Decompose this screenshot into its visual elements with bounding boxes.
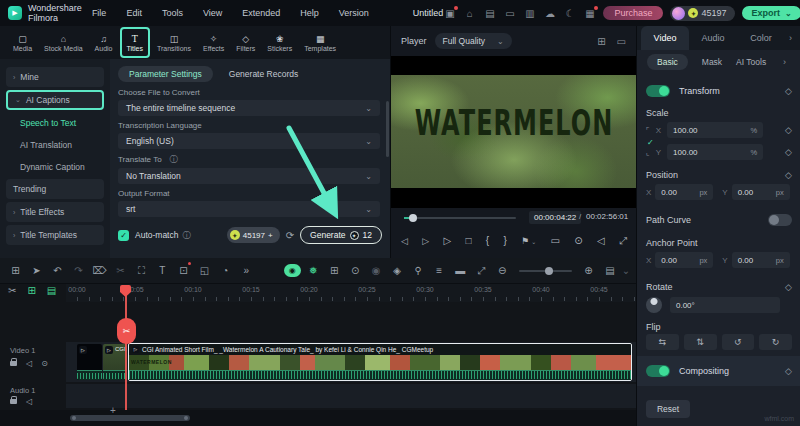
reset-button[interactable]: Reset <box>646 400 690 418</box>
export-button[interactable]: Export ⌄ <box>742 6 800 20</box>
timeline-ruler[interactable]: 00:00 00:05 00:10 00:15 00:20 00:25 00:3… <box>66 284 636 302</box>
hide-track-icon[interactable]: ⊙ <box>41 359 48 368</box>
add-clip-icon[interactable]: ⊞ <box>324 259 345 283</box>
backup-icon[interactable]: ▥ <box>523 7 536 20</box>
crop-icon[interactable]: ⛶ <box>131 259 152 283</box>
fit-timeline-icon[interactable]: ⤢ <box>471 259 492 283</box>
subtab-basic[interactable]: Basic <box>647 54 688 70</box>
horizontal-scrollbar[interactable] <box>70 415 190 421</box>
mute-track-icon[interactable]: ◁ <box>26 359 32 368</box>
subtitle-list-icon[interactable]: ≡ <box>429 259 450 283</box>
theme-icon[interactable]: ☾ <box>563 7 576 20</box>
position-y-input[interactable]: 0.00px <box>732 184 790 200</box>
undo-icon[interactable]: ↶ <box>47 259 68 283</box>
shield-icon[interactable]: ◈ <box>387 259 408 283</box>
track-manager-icon[interactable]: ⊞ <box>5 259 26 283</box>
quick-split-mode-icon[interactable]: ✂ <box>8 285 16 296</box>
tab-titles[interactable]: TTitles <box>120 27 150 58</box>
timeline-clip-selected[interactable]: ▷ CGI Animated Short Film_ _Watermelon A… <box>128 343 632 381</box>
volume-button[interactable]: ◁ <box>597 234 605 248</box>
tab-audio-props[interactable]: Audio <box>689 26 737 50</box>
timeline-zoom-slider[interactable] <box>519 270 572 272</box>
device-icon[interactable]: ▭ <box>503 7 516 20</box>
transform-toggle[interactable] <box>646 85 670 97</box>
sidebar-item-mine[interactable]: ›Mine <box>6 67 104 87</box>
more-tools-icon[interactable]: » <box>236 259 257 283</box>
refresh-icon[interactable]: ⟳ <box>286 230 294 241</box>
transcription-language-select[interactable]: English (US)⌄ <box>118 133 380 149</box>
scopes-icon[interactable]: ▭ <box>617 36 626 47</box>
speed-tool-icon[interactable]: ◔ <box>215 259 236 283</box>
tab-generate-records[interactable]: Generate Records <box>229 66 298 82</box>
menu-file[interactable]: File <box>82 8 117 18</box>
grid-view-icon[interactable]: ⊞ <box>597 36 605 47</box>
form-scrollbar[interactable] <box>386 101 389 157</box>
menu-version[interactable]: Version <box>329 8 379 18</box>
keyframe-icon[interactable]: ◇ <box>785 86 792 96</box>
rotate-input[interactable]: 0.00° <box>670 297 780 313</box>
track-height-icon[interactable]: ▤ <box>599 259 621 283</box>
video-preview[interactable]: WATERMELON <box>391 56 637 208</box>
timeline-clip[interactable]: ▷ <box>77 344 102 380</box>
purchase-button[interactable]: Purchase <box>603 6 663 20</box>
tab-audio[interactable]: ♫Audio <box>90 27 118 58</box>
menu-help[interactable]: Help <box>290 8 329 18</box>
keyframe-icon[interactable]: ◇ <box>785 282 792 292</box>
tab-transitions[interactable]: ◫Transitions <box>152 27 196 58</box>
lock-track-icon[interactable] <box>10 361 17 366</box>
account-coin-pill[interactable]: ✦ 45197 <box>670 6 735 21</box>
redo-icon[interactable]: ↷ <box>68 259 89 283</box>
sidebar-item-speech-to-text[interactable]: Speech to Text <box>20 113 104 132</box>
sidebar-item-dynamic-caption[interactable]: Dynamic Caption <box>20 157 104 176</box>
subtab-mask[interactable]: Mask <box>702 57 722 67</box>
choose-file-select[interactable]: The entire timeline sequence⌄ <box>118 100 380 116</box>
tab-color[interactable]: Color <box>737 26 785 50</box>
chevron-right-icon[interactable]: › <box>783 57 790 67</box>
scale-y-input[interactable]: 100.00% <box>667 144 763 160</box>
keyframe-icon[interactable]: ◇ <box>785 147 792 157</box>
flip-horizontal-button[interactable]: ⇆ <box>646 334 679 350</box>
sidebar-item-trending[interactable]: Trending <box>6 179 104 199</box>
menu-tools[interactable]: Tools <box>152 8 193 18</box>
output-format-select[interactable]: srt⌄ <box>118 201 380 217</box>
auto-match-checkbox[interactable]: ✓ <box>118 230 129 241</box>
delete-icon[interactable]: ⌦ <box>89 259 110 283</box>
rotate-ccw-button[interactable]: ↺ <box>722 334 755 350</box>
seek-handle[interactable] <box>409 214 417 222</box>
anchor-y-input[interactable]: 0.00px <box>732 252 790 268</box>
playhead-cut-button[interactable]: ✂ <box>117 318 136 344</box>
freeze-frame-icon[interactable]: ❅ <box>303 259 324 283</box>
scale-x-input[interactable]: 100.00% <box>667 122 763 138</box>
previous-frame-button[interactable]: ◁ <box>401 234 408 248</box>
sidebar-item-title-effects[interactable]: ›Title Effects <box>6 202 104 222</box>
play-button[interactable]: ▷ <box>443 234 451 248</box>
translate-to-select[interactable]: No Translation⌄ <box>118 168 380 184</box>
audio-track-lane[interactable] <box>66 384 636 408</box>
qr-code-icon[interactable]: ▦ <box>583 7 596 20</box>
generate-button[interactable]: Generate ✦ 12 <box>300 226 382 244</box>
tab-effects[interactable]: ✧Effects <box>198 27 229 58</box>
snapshot-button[interactable]: ⊙ <box>574 234 582 248</box>
lock-track-icon[interactable] <box>10 399 17 404</box>
tab-media[interactable]: ▢Media <box>8 27 37 58</box>
rotate-dial[interactable] <box>646 297 662 313</box>
sidebar-item-ai-translation[interactable]: AI Translation <box>20 135 104 154</box>
seek-slider[interactable] <box>404 217 516 219</box>
track-mask-icon[interactable]: ◉ <box>284 264 301 277</box>
flip-vertical-button[interactable]: ⇅ <box>684 334 717 350</box>
position-x-input[interactable]: 0.00px <box>655 184 713 200</box>
quality-select[interactable]: Full Quality⌄ <box>435 33 512 49</box>
playhead-line[interactable] <box>125 285 127 410</box>
auto-ripple-icon[interactable]: ⊞ <box>27 285 35 296</box>
menu-edit[interactable]: Edit <box>116 8 152 18</box>
screen-record-icon[interactable]: ⊡ <box>173 259 194 283</box>
tab-stickers[interactable]: ❀Stickers <box>262 27 297 58</box>
dual-screen-button[interactable]: ▭ <box>550 234 559 248</box>
tab-stock-media[interactable]: ⌂Stock Media <box>39 27 88 58</box>
zoom-out-icon[interactable]: ⊖ <box>492 259 513 283</box>
save-icon[interactable]: ▤ <box>483 7 496 20</box>
timeline-clip[interactable]: ▷ CGI... <box>103 344 127 380</box>
track-list-icon[interactable]: ▤ <box>47 285 56 296</box>
split-icon[interactable]: ✂ <box>110 259 131 283</box>
share-icon[interactable]: ⌂ <box>463 7 476 20</box>
